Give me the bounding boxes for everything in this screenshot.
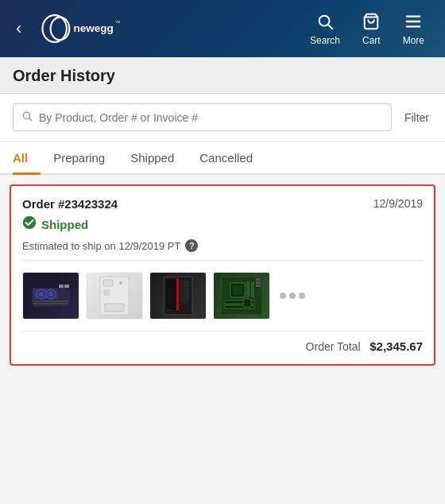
svg-rect-25 — [103, 289, 110, 296]
product-thumbnails — [11, 261, 434, 331]
order-total-bar: Order Total $2,345.67 — [11, 331, 434, 364]
svg-line-5 — [328, 25, 332, 29]
svg-point-12 — [23, 216, 37, 230]
search-icon — [316, 13, 334, 33]
svg-point-16 — [39, 292, 44, 297]
order-total-label: Order Total — [306, 340, 361, 353]
svg-rect-22 — [33, 303, 68, 304]
order-estimate: Estimated to ship on 12/9/2019 PT ? — [11, 238, 434, 260]
header-actions: Search Cart More — [299, 6, 435, 52]
svg-rect-20 — [64, 285, 69, 288]
more-button[interactable]: More — [392, 6, 435, 52]
search-button[interactable]: Search — [299, 6, 351, 52]
page-title-bar: Order History — [0, 57, 445, 94]
svg-line-11 — [29, 118, 32, 121]
estimate-text: Estimated to ship on 12/9/2019 PT — [22, 240, 180, 252]
svg-text:™: ™ — [115, 20, 121, 25]
product-thumb-motherboard[interactable] — [213, 272, 270, 320]
logo[interactable]: newegg ™ — [36, 11, 299, 46]
page-title: Order History — [13, 67, 432, 85]
svg-rect-29 — [165, 278, 176, 310]
svg-rect-26 — [105, 304, 124, 312]
more-products-indicator — [280, 293, 305, 299]
svg-point-18 — [48, 292, 53, 297]
shipped-status-icon — [22, 215, 37, 233]
svg-rect-30 — [176, 278, 179, 310]
more-label: More — [403, 36, 424, 45]
cart-icon — [362, 13, 380, 33]
dot-3 — [299, 293, 305, 299]
product-thumb-gpu[interactable] — [22, 272, 79, 320]
product-thumb-white-case[interactable] — [86, 272, 143, 320]
svg-rect-42 — [251, 281, 254, 297]
order-status: Shipped — [11, 214, 434, 238]
search-label: Search — [310, 36, 340, 45]
svg-rect-45 — [256, 278, 261, 281]
search-input-wrapper[interactable] — [13, 103, 392, 131]
page-content: Order History Filter All Preparing Shipp… — [0, 57, 445, 375]
svg-rect-31 — [180, 280, 189, 304]
order-header: Order #23423324 12/9/2019 — [11, 186, 434, 214]
order-number: Order #23423324 — [22, 197, 118, 211]
dot-1 — [280, 293, 286, 299]
search-input-icon — [21, 110, 33, 124]
help-icon[interactable]: ? — [185, 239, 198, 252]
search-bar-container: Filter — [0, 94, 445, 142]
product-thumb-black-case[interactable] — [149, 272, 207, 320]
svg-rect-46 — [256, 281, 261, 284]
svg-text:newegg: newegg — [74, 22, 114, 34]
back-button[interactable]: ‹ — [10, 12, 28, 45]
tab-all[interactable]: All — [13, 142, 41, 175]
header: ‹ newegg ™ Search — [0, 0, 445, 57]
svg-point-27 — [119, 281, 122, 285]
tab-preparing[interactable]: Preparing — [41, 142, 118, 175]
order-card: Order #23423324 12/9/2019 Shipped Estima… — [10, 184, 435, 366]
svg-rect-47 — [256, 285, 261, 287]
tab-shipped[interactable]: Shipped — [118, 142, 187, 175]
svg-rect-41 — [246, 281, 250, 297]
tab-cancelled[interactable]: Cancelled — [187, 142, 265, 175]
dot-2 — [289, 293, 296, 299]
cart-label: Cart — [362, 36, 381, 45]
svg-rect-21 — [33, 300, 68, 302]
tabs-container: All Preparing Shipped Cancelled — [0, 142, 445, 175]
search-input[interactable] — [39, 111, 383, 124]
orders-list: Order #23423324 12/9/2019 Shipped Estima… — [0, 175, 445, 375]
svg-rect-48 — [243, 299, 251, 307]
filter-button[interactable]: Filter — [401, 108, 432, 127]
svg-rect-40 — [233, 285, 242, 295]
svg-rect-24 — [103, 280, 113, 286]
cart-button[interactable]: Cart — [351, 6, 392, 52]
svg-rect-19 — [59, 285, 64, 288]
order-status-text: Shipped — [41, 218, 88, 231]
order-total-amount: $2,345.67 — [370, 339, 423, 353]
order-date: 12/9/2019 — [373, 197, 423, 210]
more-icon — [404, 13, 422, 33]
